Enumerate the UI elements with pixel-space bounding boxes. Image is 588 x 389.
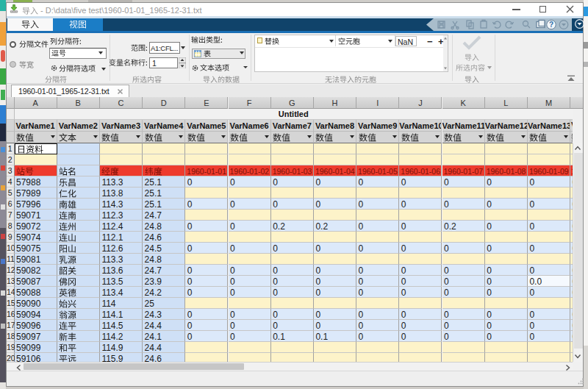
svg-text:?: ?: [549, 21, 553, 29]
